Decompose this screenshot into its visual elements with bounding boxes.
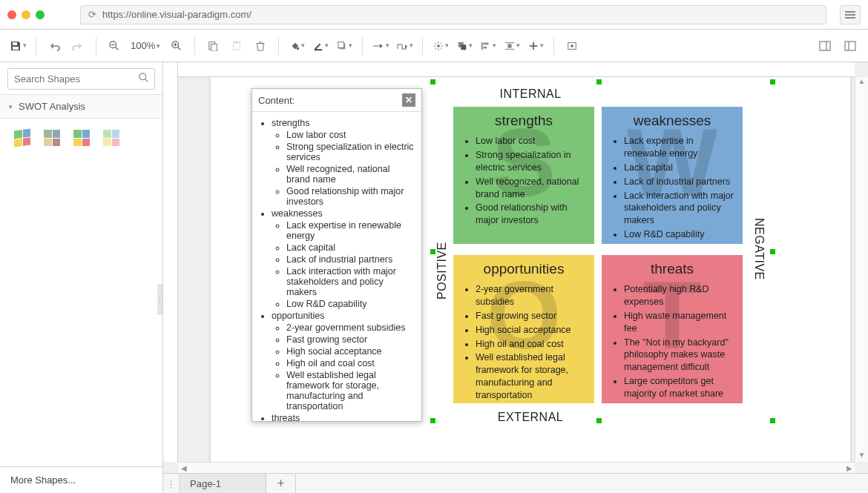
palette-swot-1[interactable] — [12, 128, 33, 148]
outline-item: Well recognized, national brand name — [286, 164, 415, 185]
effects-button[interactable] — [430, 36, 451, 56]
insert-button[interactable] — [525, 36, 546, 56]
more-shapes-button[interactable]: More Shapes... — [0, 466, 162, 493]
swot-strengths[interactable]: S strengths Low labor costStrong special… — [453, 107, 594, 244]
scroll-right-icon[interactable]: ▶ — [844, 464, 855, 472]
svg-line-3 — [116, 47, 119, 50]
outline-item: Lack of industrial partners — [286, 254, 415, 265]
selection-handle[interactable] — [770, 249, 775, 254]
svg-line-6 — [178, 47, 181, 50]
palette-swot-4[interactable] — [101, 128, 122, 148]
sidebar-category-swot[interactable]: SWOT Analysis — [0, 94, 162, 119]
list-item: The "Not in my backyard" philosophy make… — [624, 337, 734, 374]
selection-handle[interactable] — [596, 79, 602, 85]
connector-style-button[interactable] — [370, 36, 391, 56]
hamburger-icon — [845, 11, 855, 19]
svg-line-25 — [435, 42, 436, 44]
page-tab-1[interactable]: Page-1 — [180, 474, 266, 493]
outline-section: strengthsLow labor costStrong specializa… — [272, 118, 415, 207]
selection-handle[interactable] — [430, 79, 435, 85]
scroll-up-icon[interactable]: ▲ — [855, 77, 868, 88]
outline-item: High social acceptance — [286, 346, 415, 357]
svg-rect-16 — [315, 49, 323, 50]
selection-handle[interactable] — [770, 79, 775, 85]
more-shapes-label: More Shapes... — [10, 474, 76, 486]
outline-section: threats — [272, 413, 415, 421]
palette-swot-3[interactable] — [71, 128, 92, 148]
threats-list: Potentially high R&D expensesHigh waste … — [611, 283, 734, 400]
strengths-list: Low labor costStrong specialization in e… — [462, 135, 585, 227]
outline-item: Lack interaction with major stakeholders… — [286, 266, 415, 297]
distribute-button[interactable] — [502, 36, 522, 56]
outline-item: Fast growing sector — [286, 334, 415, 345]
content-popup-body[interactable]: strengthsLow labor costStrong specializa… — [252, 112, 421, 421]
swot-threats[interactable]: T threats Potentially high R&D expensesH… — [602, 255, 743, 403]
selection-handle[interactable] — [430, 418, 435, 423]
zoom-level[interactable]: 100% — [128, 40, 163, 51]
swot-opportunities[interactable]: O opportunities 2-year government subsid… — [453, 255, 594, 403]
sidebar-collapse-grip[interactable]: ⋮ — [157, 285, 163, 314]
content-popup[interactable]: Content: ✕ strengthsLow labor costStrong… — [251, 88, 422, 422]
close-window-icon[interactable] — [7, 10, 16, 19]
horizontal-scrollbar[interactable]: ◀ ▶ — [178, 462, 855, 473]
content-popup-title: Content: — [258, 95, 295, 106]
zoom-in-button[interactable] — [166, 36, 187, 56]
scroll-left-icon[interactable]: ◀ — [178, 464, 189, 472]
list-item: Potentially high R&D expenses — [624, 283, 734, 308]
scroll-down-icon[interactable]: ▼ — [855, 451, 868, 462]
line-color-button[interactable] — [310, 36, 331, 56]
window-controls — [7, 10, 45, 19]
svg-rect-33 — [483, 46, 486, 48]
fill-color-button[interactable] — [286, 36, 307, 56]
minimize-window-icon[interactable] — [22, 10, 30, 19]
undo-button[interactable] — [44, 36, 65, 56]
axis-external: EXTERNAL — [498, 411, 563, 462]
search-shapes-field[interactable] — [7, 68, 155, 90]
threats-title: threats — [611, 261, 734, 277]
outline-item: Lack capital — [286, 242, 415, 253]
svg-rect-32 — [483, 42, 488, 44]
svg-point-20 — [437, 44, 440, 47]
preview-button[interactable] — [562, 36, 582, 56]
page-tabs: ⋮ Page-1 + — [163, 473, 868, 493]
selection-handle[interactable] — [430, 249, 435, 254]
canvas-viewport[interactable]: INTERNAL EXTERNAL POSITIVE NEGATIVE S st… — [178, 77, 868, 462]
address-bar[interactable]: ⟳ https://online.visual-paradigm.com/ — [80, 5, 826, 24]
format-panel-button[interactable] — [815, 36, 835, 56]
sidebar: SWOT Analysis ⋮ More Shapes... — [0, 62, 163, 493]
search-shapes-input[interactable] — [14, 73, 139, 85]
save-button[interactable] — [7, 36, 28, 56]
horizontal-ruler — [178, 62, 855, 77]
content-outline: strengthsLow labor costStrong specializa… — [258, 118, 415, 421]
list-item: Well established legal framework for sto… — [476, 351, 585, 402]
reload-icon[interactable]: ⟳ — [88, 9, 96, 20]
zoom-out-button[interactable] — [104, 36, 125, 56]
align-button[interactable] — [478, 36, 499, 56]
swot-weaknesses[interactable]: W weaknesses Lack expertise in renewable… — [602, 107, 743, 244]
svg-line-26 — [440, 47, 441, 49]
weaknesses-list: Lack expertise in renewable energyLack c… — [611, 135, 734, 241]
outline-panel-button[interactable] — [840, 36, 861, 56]
diagram-page[interactable]: INTERNAL EXTERNAL POSITIVE NEGATIVE S st… — [211, 77, 850, 462]
arrange-button[interactable] — [454, 36, 475, 56]
list-item: Lack of industrial partners — [624, 176, 734, 188]
copy-button[interactable] — [203, 36, 223, 56]
content-popup-close[interactable]: ✕ — [402, 93, 415, 107]
shadow-button[interactable] — [334, 36, 355, 56]
vertical-scrollbar[interactable]: ▲ ▼ — [855, 77, 868, 462]
tab-drag-handle[interactable]: ⋮ — [163, 474, 180, 493]
add-page-button[interactable]: + — [266, 474, 296, 493]
redo-button[interactable] — [68, 36, 88, 56]
selection-handle[interactable] — [596, 418, 602, 423]
selection-handle[interactable] — [770, 418, 775, 423]
list-item: Lack capital — [624, 162, 734, 174]
paste-button[interactable] — [226, 36, 247, 56]
delete-button[interactable] — [250, 36, 271, 56]
maximize-window-icon[interactable] — [36, 10, 45, 19]
palette-swot-2[interactable] — [42, 128, 62, 148]
waypoints-button[interactable] — [394, 36, 415, 56]
svg-point-40 — [571, 44, 574, 47]
browser-menu-button[interactable] — [840, 5, 861, 24]
weaknesses-title: weaknesses — [611, 113, 734, 129]
search-icon — [139, 73, 149, 85]
